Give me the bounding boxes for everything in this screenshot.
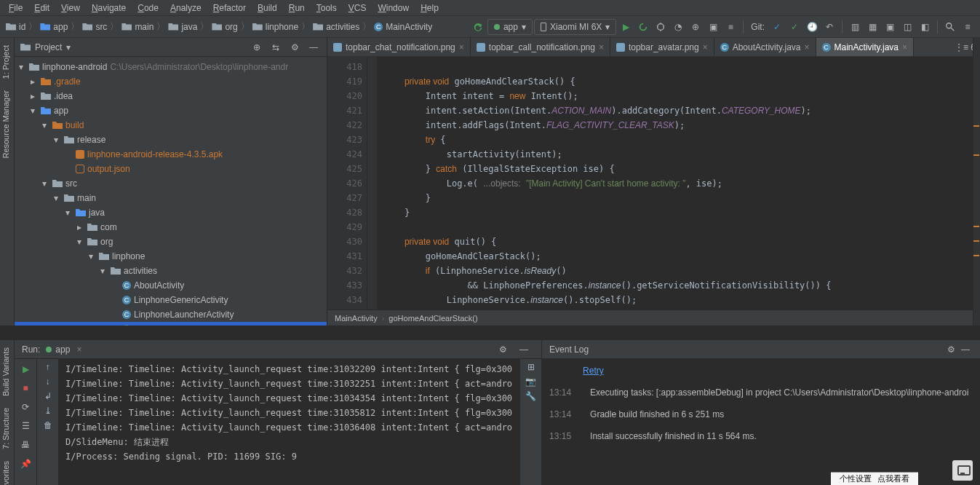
menu-vcs[interactable]: VCS — [343, 1, 373, 15]
tree-node[interactable]: linphone-android-release-4.3.5.apk — [15, 147, 327, 162]
soft-wrap-button[interactable]: ↲ — [44, 391, 52, 401]
run-log[interactable]: I/Timeline: Timeline: Activity_launch_re… — [58, 359, 519, 485]
menu-analyze[interactable]: Analyze — [164, 1, 207, 15]
pin-button[interactable]: 📌 — [18, 457, 33, 471]
hide-icon[interactable]: — — [519, 344, 534, 355]
vcs-history-button[interactable]: 🕘 — [804, 19, 820, 35]
tree-root[interactable]: ▾ linphone-android C:\Users\Administrato… — [15, 60, 327, 74]
tree-node[interactable]: ▾linphone — [15, 249, 327, 264]
vcs-commit-button[interactable]: ✓ — [786, 19, 802, 35]
run-config-selector[interactable]: app ▾ — [487, 19, 533, 35]
tool-tab----favorites[interactable]: 2: Favorites — [0, 457, 12, 485]
tree-node[interactable]: CAboutActivity — [15, 278, 327, 293]
caret-icon[interactable]: ▾ — [89, 251, 96, 261]
clear-button[interactable]: 🗑 — [44, 420, 52, 430]
gear-icon[interactable]: ⚙ — [944, 344, 958, 355]
gutter[interactable]: 418 419 420 421 422 423 424 425 426 427 … — [327, 57, 367, 309]
caret-icon[interactable]: ▾ — [31, 106, 38, 116]
close-icon[interactable]: × — [805, 42, 810, 52]
vcs-revert-button[interactable]: ↶ — [821, 19, 837, 35]
tree-node[interactable]: ▾src — [15, 176, 327, 191]
apply-changes-button[interactable] — [635, 19, 651, 35]
caret-icon[interactable]: ▸ — [77, 222, 84, 232]
tree-node[interactable]: ▸com — [15, 220, 327, 234]
close-icon[interactable]: × — [459, 42, 464, 52]
caret-icon[interactable]: ▾ — [54, 193, 61, 203]
tree-node[interactable]: CLinphoneGenericActivity — [15, 293, 327, 307]
code-editor[interactable]: private void goHomeAndClearStack() { Int… — [378, 57, 980, 309]
breadcrumb-id[interactable]: id — [4, 22, 27, 32]
menu-file[interactable]: File — [3, 1, 28, 15]
tree-node[interactable]: CMainActivity — [15, 322, 327, 326]
up-button[interactable]: ↑ — [46, 362, 50, 372]
breadcrumb-src[interactable]: src — [81, 22, 108, 32]
device-selector[interactable]: Xiaomi MI 6X ▾ — [534, 19, 616, 35]
caret-icon[interactable]: ▾ — [19, 62, 26, 72]
caret-icon[interactable]: ▾ — [100, 266, 108, 276]
resource-manager-button[interactable]: ◧ — [917, 19, 933, 35]
stop-button[interactable]: ■ — [18, 381, 33, 395]
close-icon[interactable]: × — [902, 42, 907, 52]
retry-link[interactable]: Retry — [549, 363, 973, 378]
usb-device-icon[interactable] — [952, 460, 973, 481]
breadcrumb-activities[interactable]: activities — [311, 22, 361, 32]
caret-icon[interactable]: ▸ — [31, 76, 38, 87]
error-stripe[interactable] — [973, 57, 980, 309]
caret-icon[interactable]: ▾ — [42, 120, 49, 130]
menu-help[interactable]: Help — [415, 1, 445, 15]
sync-icon[interactable] — [470, 19, 486, 35]
tree-node[interactable]: ▾activities — [15, 264, 327, 278]
menu-build[interactable]: Build — [252, 1, 283, 15]
collapse-all-icon[interactable]: ⇆ — [268, 40, 283, 55]
chevron-down-icon[interactable]: ▾ — [66, 42, 71, 52]
gear-icon[interactable]: ⚙ — [499, 344, 514, 355]
tree-node[interactable]: ▸.gradle — [15, 74, 327, 89]
menu-code[interactable]: Code — [132, 1, 164, 15]
settings-button[interactable]: 🔧 — [525, 391, 536, 401]
avd-manager-button[interactable]: ▥ — [847, 19, 863, 35]
tool-tab----structure[interactable]: 7: Structure — [0, 403, 12, 454]
tree-node[interactable]: ▾main — [15, 191, 327, 205]
editor-tab[interactable]: CAboutActivity.java× — [714, 38, 816, 56]
project-structure-button[interactable]: ▣ — [882, 19, 898, 35]
gear-icon[interactable]: ⚙ — [287, 40, 302, 55]
down-button[interactable]: ↓ — [46, 376, 50, 387]
menu-view[interactable]: View — [55, 1, 86, 15]
tree-node[interactable]: ▾release — [15, 133, 327, 147]
caret-icon[interactable]: ▾ — [77, 237, 84, 247]
tree-node[interactable]: ▾build — [15, 118, 327, 133]
tree-node[interactable]: ▸.idea — [15, 89, 327, 103]
menu-tools[interactable]: Tools — [311, 1, 343, 15]
tree-node[interactable]: ▾java — [15, 205, 327, 220]
stop-button[interactable]: ■ — [722, 19, 738, 35]
editor-tab[interactable]: topbar_call_notification.png× — [471, 38, 610, 56]
breadcrumb-linphone[interactable]: linphone — [251, 22, 300, 32]
hide-icon[interactable]: — — [306, 40, 321, 55]
rerun-button[interactable]: ▶ — [18, 362, 33, 376]
tool-tab----project[interactable]: 1: Project — [0, 41, 12, 83]
breadcrumb-app[interactable]: app — [39, 22, 69, 32]
fold-column[interactable] — [367, 57, 378, 309]
caret-icon[interactable]: ▾ — [42, 178, 49, 189]
screenshot-button[interactable]: 📷 — [525, 376, 536, 387]
run-tab[interactable]: app× — [46, 344, 81, 355]
tree-node[interactable]: ▾app — [15, 103, 327, 118]
locate-icon[interactable]: ⊕ — [250, 40, 264, 55]
close-icon[interactable]: × — [599, 42, 604, 52]
menu-navigate[interactable]: Navigate — [86, 1, 132, 15]
restart-button[interactable]: ⟳ — [18, 400, 33, 414]
layout-button[interactable]: ⊞ — [527, 362, 535, 372]
sdk-manager-button[interactable]: ▦ — [864, 19, 880, 35]
editor-tab[interactable]: topbar_avatar.png× — [610, 38, 714, 56]
close-icon[interactable]: × — [703, 42, 708, 52]
event-log-body[interactable]: Retry 13:14Executing tasks: [:app:assemb… — [542, 359, 980, 485]
tool-tab-resource-manager[interactable]: Resource Manager — [0, 86, 12, 163]
toolbar-menu-button[interactable]: ≡ — [960, 19, 976, 35]
menu-window[interactable]: Window — [372, 1, 415, 15]
caret-icon[interactable]: ▾ — [54, 135, 61, 145]
layout-inspector-button[interactable]: ◫ — [899, 19, 915, 35]
scroll-to-end-button[interactable]: ⤓ — [44, 406, 52, 416]
crumb-class[interactable]: MainActivity — [335, 314, 378, 323]
project-tree[interactable]: ▾ linphone-android C:\Users\Administrato… — [15, 57, 327, 326]
editor-tab[interactable]: topbar_chat_notification.png× — [327, 38, 471, 56]
